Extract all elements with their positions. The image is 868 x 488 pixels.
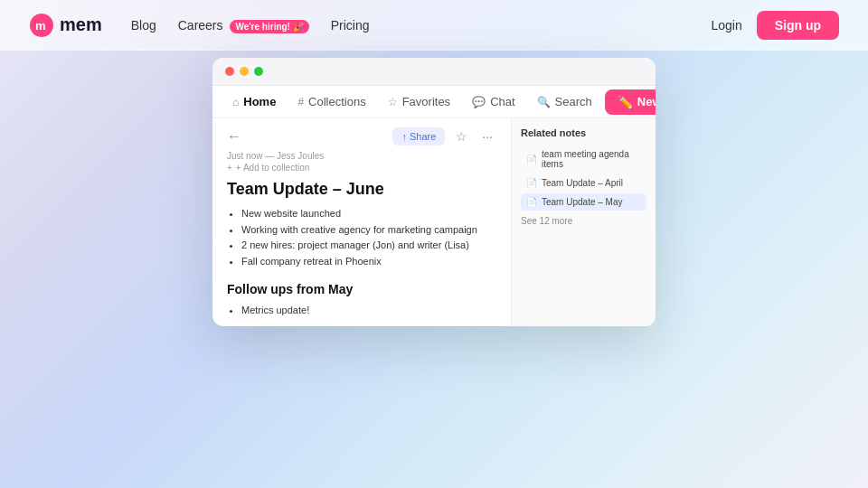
note-content: New website launched Working with creati… xyxy=(227,206,496,318)
share-icon: ↑ xyxy=(401,131,407,142)
chat-nav-label: Chat xyxy=(490,95,514,108)
doc-icon-2: 📄 xyxy=(526,178,537,188)
related-item-1[interactable]: 📄 team meeting agenda items xyxy=(521,145,646,173)
hiring-badge: We're hiring! 🎉 xyxy=(230,20,308,33)
window-body: ← ↑ Share ☆ ··· Just now — Jess Joules +… xyxy=(212,118,656,326)
related-item-2-label: Team Update – April xyxy=(542,178,623,188)
pricing-link[interactable]: Pricing xyxy=(331,18,370,33)
note-area: ← ↑ Share ☆ ··· Just now — Jess Joules +… xyxy=(212,118,511,326)
favorite-button[interactable]: ☆ xyxy=(452,127,471,145)
logo[interactable]: m mem xyxy=(29,13,102,38)
follow-up-line-1: Metrics update! xyxy=(241,303,496,319)
favorites-nav-label: Favorites xyxy=(402,95,450,108)
careers-link[interactable]: Careers We're hiring! 🎉 xyxy=(178,18,309,33)
note-line-1: New website launched xyxy=(241,206,496,222)
related-notes-title: Related notes xyxy=(521,127,646,138)
nav-links: Blog Careers We're hiring! 🎉 Pricing xyxy=(131,18,712,33)
hash-icon: # xyxy=(297,96,304,108)
new-button[interactable]: ✏️ New xyxy=(605,89,656,115)
svg-text:m: m xyxy=(35,19,46,33)
related-item-3[interactable]: 📄 Team Update – May xyxy=(521,193,646,211)
blog-link[interactable]: Blog xyxy=(131,18,156,33)
window-titlebar xyxy=(212,58,656,86)
chat-nav-item[interactable]: 💬 Chat xyxy=(463,86,524,117)
home-icon: ⌂ xyxy=(232,96,239,108)
window-nav: ⌂ Home # Collections ☆ Favorites 💬 Chat … xyxy=(212,86,656,118)
close-dot xyxy=(225,67,234,76)
collections-nav-item[interactable]: # Collections xyxy=(288,86,374,117)
note-line-4: Fall company retreat in Phoenix xyxy=(241,254,496,270)
related-notes-sidebar: Related notes 📄 team meeting agenda item… xyxy=(511,118,656,326)
navbar: m mem Blog Careers We're hiring! 🎉 Prici… xyxy=(0,0,868,51)
home-nav-item[interactable]: ⌂ Home xyxy=(223,86,285,117)
home-nav-label: Home xyxy=(243,95,276,108)
favorites-nav-item[interactable]: ☆ Favorites xyxy=(379,86,459,117)
follow-up-title: Follow ups from May xyxy=(227,279,496,299)
doc-icon-3: 📄 xyxy=(526,197,537,207)
more-button[interactable]: ··· xyxy=(478,127,496,145)
note-meta: Just now — Jess Joules xyxy=(227,151,496,161)
hero-section: Mem it. And forget it. Mem organizes you… xyxy=(0,51,868,308)
note-title: Team Update – June xyxy=(227,180,496,199)
related-item-2[interactable]: 📄 Team Update – April xyxy=(521,174,646,192)
logo-text: mem xyxy=(60,14,102,35)
related-item-1-label: team meeting agenda items xyxy=(542,149,641,169)
nav-actions: Login Sign up xyxy=(711,11,839,40)
star-icon: ☆ xyxy=(388,96,398,108)
login-button[interactable]: Login xyxy=(711,18,741,33)
signup-button[interactable]: Sign up xyxy=(757,11,839,40)
note-toolbar: ← ↑ Share ☆ ··· xyxy=(227,127,496,145)
search-nav-item[interactable]: 🔍 Search xyxy=(528,86,601,117)
search-nav-label: Search xyxy=(555,95,592,108)
add-collection-button[interactable]: ++ Add to collection xyxy=(227,163,496,173)
note-line-2: Working with creative agency for marketi… xyxy=(241,222,496,239)
minimize-dot xyxy=(240,67,249,76)
chat-icon: 💬 xyxy=(472,96,486,108)
search-icon: 🔍 xyxy=(537,96,551,108)
doc-icon-1: 📄 xyxy=(526,155,537,164)
maximize-dot xyxy=(254,67,263,76)
collections-nav-label: Collections xyxy=(308,95,366,108)
back-button[interactable]: ← xyxy=(227,128,241,145)
see-more-link[interactable]: See 12 more xyxy=(521,216,646,226)
related-item-3-label: Team Update – May xyxy=(542,197,623,207)
note-line-3: 2 new hires: project manager (Jon) and w… xyxy=(241,238,496,254)
app-window: ⌂ Home # Collections ☆ Favorites 💬 Chat … xyxy=(212,58,656,326)
new-icon: ✏️ xyxy=(618,95,633,109)
share-button[interactable]: ↑ Share xyxy=(392,127,445,145)
